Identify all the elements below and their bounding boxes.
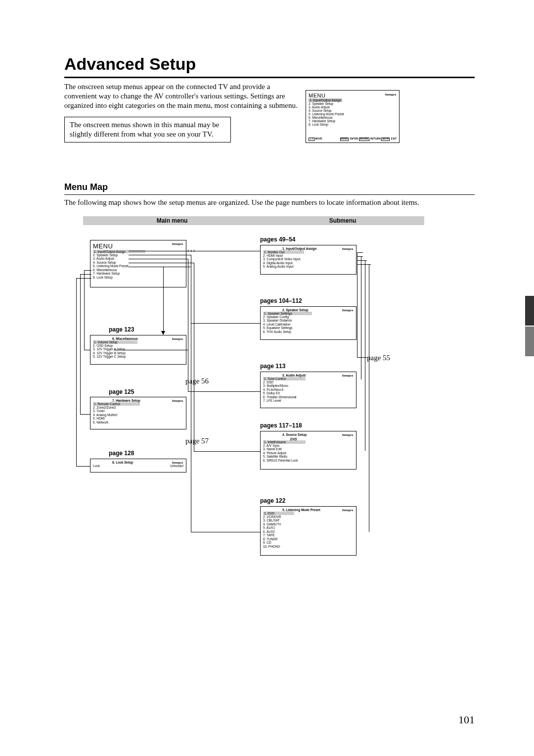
brand-label: Integra: [342, 433, 353, 437]
menu-item: 1. Speaker Settings: [263, 312, 312, 315]
col-header-sub: Submenu: [261, 216, 424, 225]
note-box: The onscreen menus shown in this manual …: [64, 117, 231, 142]
brand-label: Integra: [342, 308, 353, 312]
menu-item: 2. Speaker Setup: [93, 253, 183, 257]
menu-item: 2. DSD: [263, 380, 354, 384]
main-menu-card: MENU Integra 1. Input/Output Assign 2. S…: [90, 240, 186, 287]
io-card: 1. Input/Output Assign Integra 1. Monito…: [260, 245, 356, 275]
menu-item: 1. Remote Control: [93, 402, 140, 406]
menu-item: 9. CD: [263, 541, 354, 544]
menu-item: 1. Tone Control: [263, 377, 306, 380]
page-number: 101: [458, 713, 475, 726]
ref-menu-title: MENU: [309, 93, 397, 98]
page-label-io: pages 49–54: [260, 236, 295, 243]
thumb-tab: [525, 327, 534, 356]
menu-item: 7. Hardware Setup: [93, 272, 183, 275]
menu-item: 4. 12V Trigger B Setup: [93, 351, 183, 355]
lock-label: Lock: [93, 464, 100, 468]
menu-item: 8. TUNER: [263, 537, 354, 541]
menu-item: 3. Component Video Input: [263, 257, 354, 261]
menu-item: 4. PLIIx/Neo:6: [263, 388, 354, 391]
menu-item: 3. Multiplex/Mono: [263, 384, 354, 387]
page-label-audio: page 113: [260, 363, 285, 370]
main-menu-title: MENU: [93, 242, 183, 250]
menu-item: 6. AUX2: [263, 530, 354, 533]
ref-item: 5. Listening Mode Preset: [309, 112, 397, 116]
menu-item: 3. Tuner: [93, 409, 183, 413]
ref-footer: ▲▼MOVE ENTER ENTER RETURN RETURN SETUP E…: [309, 137, 397, 141]
ref-item: 4. Source Setup: [309, 109, 397, 112]
menu-item: 2. A/V Sync: [263, 444, 354, 447]
page-label-speaker: pages 104–112: [260, 297, 302, 304]
ext-page-55: page 55: [367, 354, 390, 362]
menu-item: 5. Dolby EX: [263, 391, 354, 395]
ref-item: 7. Hardware Setup: [309, 119, 397, 123]
menu-item: 5. Satellite Radio: [263, 455, 354, 458]
brand-label: Integra: [172, 461, 183, 465]
menu-item: 4. Analog Multich: [93, 413, 183, 417]
speaker-card: 2. Speaker Setup Integra 1. Speaker Sett…: [260, 306, 356, 340]
brand-label: Integra: [342, 374, 353, 378]
brand-label: Integra: [172, 399, 183, 403]
menu-item: 4. Picture Adjust: [263, 451, 354, 455]
menu-item: 10. PHONO: [263, 545, 354, 548]
brand-label: Integra: [172, 337, 183, 341]
menu-item: 2. Speaker Config: [263, 315, 354, 319]
ext-page-57: page 57: [185, 437, 209, 445]
menu-item: 2. Zone2/Zone3: [93, 406, 183, 409]
menu-item: 3. CBL/SAT: [263, 519, 354, 522]
lock-value: Unlocked: [170, 464, 183, 468]
ref-item: 3. Audio Adjust: [309, 105, 397, 109]
menu-item: 6. Miscellaneous: [93, 268, 183, 272]
thumb-tab: [525, 296, 534, 326]
section-heading: Menu Map: [64, 182, 475, 195]
menu-item: 6. SIRIUS Parental Lock: [263, 459, 354, 462]
page-label-lock: page 128: [109, 450, 134, 457]
menu-item: 7. TAPE: [263, 533, 354, 537]
intro-paragraph: The onscreen setup menus appear on the c…: [64, 82, 302, 110]
menu-item: 8. Lock Setup: [93, 276, 183, 279]
brand-label: Integra: [342, 508, 353, 512]
ext-page-56: page 56: [185, 377, 209, 385]
brand-label: Integra: [385, 93, 396, 96]
title-rule: [64, 77, 475, 78]
menu-item: 2. OSD Setup: [93, 344, 183, 347]
section-text: The following map shows how the setup me…: [64, 198, 475, 207]
menu-item: 4. Digital Audio Input: [263, 261, 354, 265]
menu-item: 1. Monitor Out: [263, 250, 304, 254]
reference-menu-screenshot: MENU Integra 1. Input/Output Assign 2. S…: [306, 90, 400, 143]
menu-item: 1. Volume Setup: [93, 340, 137, 344]
menu-item: 5. AUX1: [263, 526, 354, 529]
menu-item: 3. Name Edit: [263, 447, 354, 451]
page-label-source: pages 117–118: [260, 422, 302, 429]
page-title: Advanced Setup: [64, 54, 475, 74]
menu-item: 6. Network: [93, 421, 183, 424]
card-sub: DVD: [290, 437, 297, 441]
menu-item: 5. Analog Audio Input: [263, 265, 354, 268]
col-header-main: Main menu: [83, 216, 261, 225]
menu-item: 2. HDMI Input: [263, 254, 354, 257]
menu-item: 6. Theater-Dimensional: [263, 395, 354, 399]
source-card: 4. Source Setup DVD Integra 1. IntelliVo…: [260, 431, 356, 470]
menu-item: 5. Equalizer Settings: [263, 326, 354, 330]
menu-item: 1. IntelliVolume: [263, 440, 306, 444]
ref-item: 1. Input/Output Assign: [309, 98, 342, 102]
brand-label: Integra: [342, 247, 353, 251]
menu-item: 4. GAME/TV: [263, 522, 354, 526]
ref-item: 6. Miscellaneous: [309, 116, 397, 119]
menu-item: 5. HDMI: [93, 417, 183, 420]
ref-item: 2. Speaker Setup: [309, 102, 397, 105]
hardware-card: 7. Hardware Setup Integra 1. Remote Cont…: [90, 397, 186, 429]
menu-item: 6. THX Audio Setup: [263, 330, 354, 333]
lock-card: 8. Lock Setup Integra Lock Unlocked: [90, 459, 186, 472]
menu-item: 4. Level Calibration: [263, 323, 354, 326]
page-label-hardware: page 125: [109, 388, 134, 395]
menu-item: 7. LFE Level: [263, 399, 354, 402]
menu-map: Main menu Submenu MENU Integra 1. Input/…: [64, 216, 475, 607]
menu-item: 5. 12V Trigger C Setup: [93, 355, 183, 358]
ref-item: 8. Lock Setup: [309, 123, 397, 126]
menu-item: 2. VCR/DVR: [263, 515, 354, 519]
menu-item: 1. DVD: [263, 512, 294, 515]
listening-card: 5. Listening Mode Preset Integra 1. DVD …: [260, 506, 356, 556]
menu-item: 3. Speaker Distance: [263, 319, 354, 322]
